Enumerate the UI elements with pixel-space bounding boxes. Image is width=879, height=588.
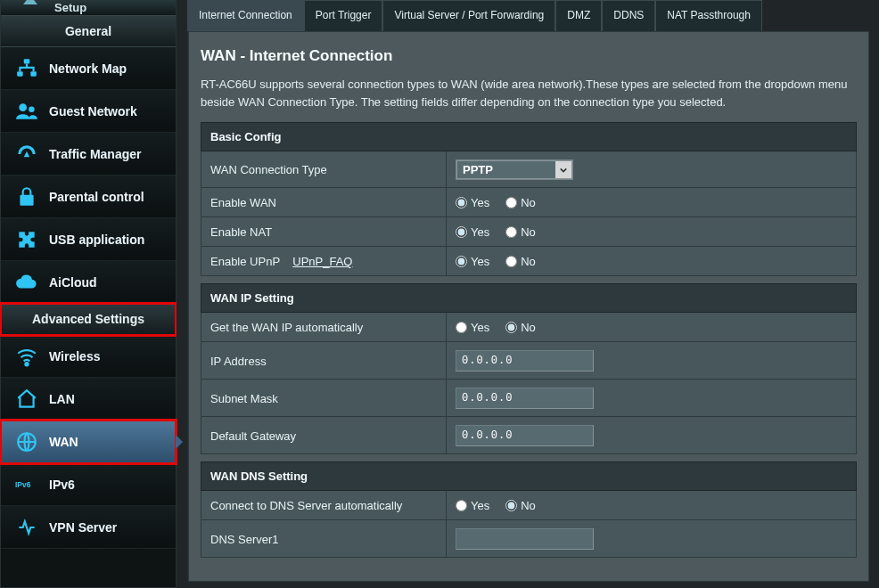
label-dns-server1: DNS Server1 (201, 520, 447, 558)
label-enable-upnp: Enable UPnP (210, 255, 280, 268)
label-get-wan-ip-auto: Get the WAN IP automatically (201, 313, 447, 342)
sidebar-item-label: Traffic Manager (49, 147, 141, 161)
dns-auto-yes[interactable]: Yes (456, 499, 489, 512)
svg-text:IPv6: IPv6 (15, 480, 31, 489)
home-icon (15, 388, 38, 411)
wan-tabs: Internet Connection Port Trigger Virtual… (187, 0, 870, 31)
default-gateway-input[interactable] (456, 425, 594, 446)
setup-header[interactable]: Setup (1, 0, 176, 16)
enable-nat-yes[interactable]: Yes (456, 225, 489, 239)
label-subnet-mask: Subnet Mask (201, 380, 447, 417)
sidebar-section-general: General (1, 16, 176, 47)
globe-icon (15, 430, 38, 453)
sidebar-item-guest-network[interactable]: Guest Network (1, 90, 176, 133)
svg-rect-1 (17, 71, 23, 76)
section-header-basic: Basic Config (201, 123, 857, 151)
tab-dmz[interactable]: DMZ (555, 0, 602, 31)
tab-ddns[interactable]: DDNS (602, 0, 655, 31)
sidebar-item-traffic-manager[interactable]: Traffic Manager (1, 133, 176, 176)
enable-wan-no[interactable]: No (505, 196, 536, 209)
wifi-icon (15, 345, 38, 368)
label-dns-auto: Connect to DNS Server automatically (201, 491, 447, 520)
ip-address-input[interactable] (456, 350, 594, 372)
sidebar-item-usb-application[interactable]: USB application (1, 218, 176, 261)
svg-rect-2 (30, 71, 37, 76)
dns-auto-no[interactable]: No (505, 499, 536, 512)
label-default-gateway: Default Gateway (201, 417, 447, 454)
label-enable-nat: Enable NAT (201, 217, 447, 247)
sidebar-item-label: Parental control (49, 190, 144, 204)
chevron-up-icon (23, 0, 37, 4)
guest-network-icon (15, 100, 38, 123)
label-enable-wan: Enable WAN (201, 188, 447, 217)
sidebar-item-parental-control[interactable]: Parental control (1, 176, 176, 218)
dns-server1-input[interactable] (456, 528, 594, 550)
sidebar-item-label: VPN Server (49, 520, 117, 535)
vpn-icon (15, 516, 38, 539)
section-header-wan-ip: WAN IP Setting (201, 284, 857, 313)
sidebar-item-lan[interactable]: LAN (1, 378, 176, 421)
page-description: RT-AC66U supports several connection typ… (201, 76, 857, 111)
sidebar-item-label: WAN (49, 435, 78, 449)
ipv6-icon: IPv6 (15, 473, 38, 496)
sidebar-item-ipv6[interactable]: IPv6 IPv6 (1, 463, 176, 506)
subnet-mask-input[interactable] (456, 388, 594, 409)
wan-connection-type-select[interactable]: PPTP (456, 160, 572, 179)
sidebar-item-aicloud[interactable]: AiCloud (1, 261, 176, 304)
enable-upnp-yes[interactable]: Yes (456, 255, 489, 268)
sidebar-item-wireless[interactable]: Wireless (1, 335, 176, 378)
tab-virtual-server[interactable]: Virtual Server / Port Forwarding (382, 0, 555, 31)
enable-nat-no[interactable]: No (505, 225, 536, 239)
sidebar-item-label: LAN (49, 392, 75, 406)
svg-point-5 (25, 363, 28, 365)
tab-port-trigger[interactable]: Port Trigger (304, 0, 383, 31)
enable-wan-yes[interactable]: Yes (456, 196, 489, 209)
wan-ip-auto-no[interactable]: No (505, 321, 536, 334)
cloud-icon (15, 271, 38, 294)
sidebar-section-advanced: Advanced Settings (1, 304, 176, 335)
page-title: WAN - Internet Connection (201, 47, 857, 65)
tab-nat-passthrough[interactable]: NAT Passthrough (655, 0, 762, 31)
tab-internet-connection[interactable]: Internet Connection (187, 0, 304, 31)
setup-label: Setup (54, 1, 86, 14)
network-map-icon (15, 57, 38, 80)
lock-icon (15, 185, 38, 208)
sidebar-item-wan[interactable]: WAN (1, 421, 176, 463)
sidebar-item-vpn-server[interactable]: VPN Server (1, 506, 176, 549)
sidebar-item-label: Wireless (49, 349, 100, 363)
svg-point-4 (29, 106, 34, 112)
svg-rect-0 (24, 59, 30, 63)
enable-upnp-no[interactable]: No (505, 255, 536, 268)
section-header-wan-dns: WAN DNS Setting (201, 462, 857, 491)
wan-ip-auto-yes[interactable]: Yes (456, 321, 489, 334)
sidebar-item-label: Network Map (49, 61, 127, 76)
upnp-faq-link[interactable]: UPnP_FAQ (292, 255, 352, 268)
sidebar-item-label: USB application (49, 233, 144, 247)
sidebar-item-network-map[interactable]: Network Map (1, 47, 176, 90)
sidebar-item-label: IPv6 (49, 478, 75, 492)
svg-point-3 (19, 103, 27, 111)
label-wan-connection-type: WAN Connection Type (201, 151, 447, 188)
sidebar-item-label: AiCloud (49, 275, 97, 290)
traffic-manager-icon (15, 143, 38, 166)
puzzle-icon (15, 228, 38, 251)
sidebar-item-label: Guest Network (49, 104, 137, 118)
label-ip-address: IP Address (201, 342, 447, 380)
